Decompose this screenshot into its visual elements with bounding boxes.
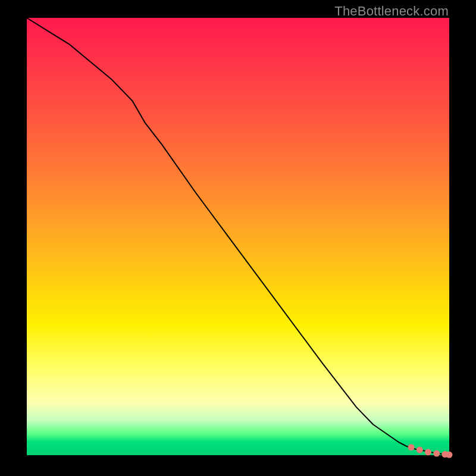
chart-frame: TheBottleneck.com — [0, 0, 476, 476]
plot-area — [27, 18, 449, 455]
watermark: TheBottleneck.com — [334, 4, 449, 19]
